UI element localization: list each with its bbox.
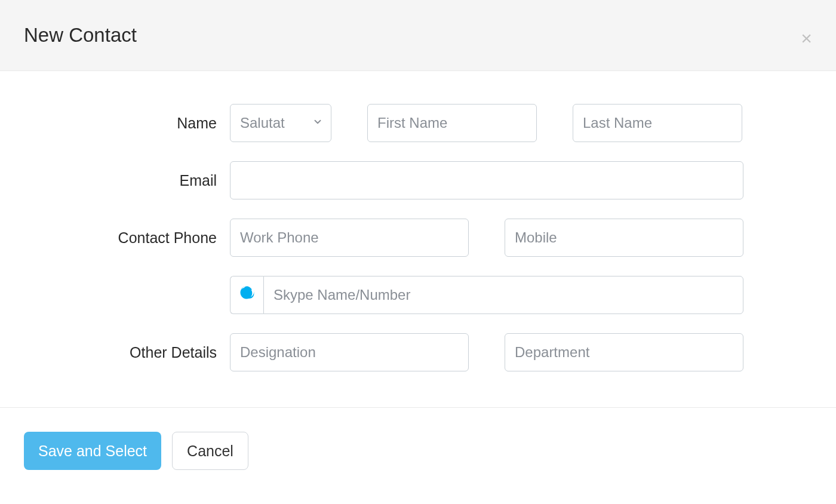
skype-icon-box [230, 276, 263, 314]
designation-input[interactable] [230, 333, 469, 371]
email-label: Email [24, 172, 230, 189]
contact-phone-fields [230, 219, 743, 257]
last-name-input[interactable] [573, 104, 742, 142]
close-button[interactable]: × [801, 29, 812, 48]
skype-row [24, 276, 812, 314]
email-row: Email [24, 161, 812, 199]
skype-input[interactable] [263, 276, 743, 314]
modal-footer: Save and Select Cancel [0, 407, 836, 494]
mobile-input[interactable] [505, 219, 743, 257]
contact-phone-row: Contact Phone [24, 219, 812, 257]
department-input[interactable] [505, 333, 743, 371]
skype-fields [230, 276, 743, 314]
cancel-button[interactable]: Cancel [172, 432, 248, 470]
email-input[interactable] [230, 161, 743, 199]
first-name-input[interactable] [367, 104, 537, 142]
new-contact-modal: New Contact × Name Salutat Email [0, 0, 836, 494]
modal-body: Name Salutat Email Contact Phone [0, 71, 836, 407]
modal-header: New Contact × [0, 0, 836, 71]
contact-phone-label: Contact Phone [24, 229, 230, 247]
salutation-select[interactable]: Salutat [230, 104, 331, 142]
skype-icon [239, 286, 255, 304]
name-label: Name [24, 115, 230, 132]
work-phone-input[interactable] [230, 219, 469, 257]
other-details-label: Other Details [24, 344, 230, 361]
email-fields [230, 161, 743, 199]
save-and-select-button[interactable]: Save and Select [24, 432, 161, 470]
other-details-fields [230, 333, 743, 371]
modal-title: New Contact [24, 24, 812, 47]
other-details-row: Other Details [24, 333, 812, 371]
name-row: Name Salutat [24, 104, 812, 142]
name-fields: Salutat [230, 104, 743, 142]
salutation-value: Salutat [230, 104, 331, 142]
close-icon: × [801, 27, 812, 49]
skype-group [230, 276, 743, 314]
